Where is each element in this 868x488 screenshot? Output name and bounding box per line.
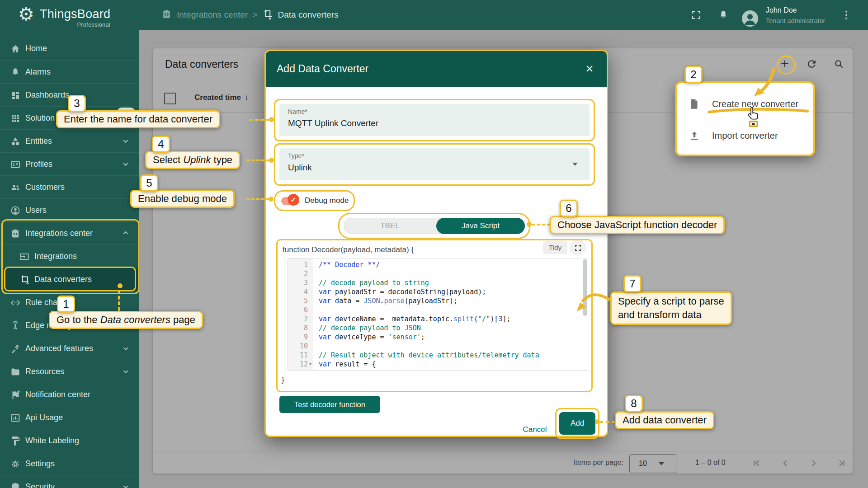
transform-icon [19,274,30,285]
sidebar-item-resources[interactable]: Resources [0,360,139,383]
sidebar-item-integrations[interactable]: Integrations [0,244,139,268]
callout-5-dot [269,197,274,202]
callout-8-dot [595,419,600,424]
debug-mode-label: Debug mode [305,196,349,205]
gutter-spacer [308,269,313,278]
callout-1-badge: 1 [57,296,75,313]
sidebar-item-integrations-center[interactable]: Integrations center [0,221,139,245]
callout-2-badge: 2 [684,66,703,83]
sidebar-item-advanced-features[interactable]: Advanced features [0,337,139,360]
sidebar-item-white-labeling[interactable]: White Labeling [0,429,139,452]
sidebar-item-settings[interactable]: Settings [0,452,139,475]
callout-4-badge: 4 [152,136,170,153]
data-converters-breadcrumb-icon [262,9,273,22]
line-number: 5 [288,296,308,305]
tab-javascript[interactable]: Java Script [436,218,525,234]
shapes-icon [10,136,21,147]
tab-tbel[interactable]: TBEL [344,218,436,234]
callout-3-dot [269,117,274,122]
sidebar-item-profiles[interactable]: Profiles [0,152,139,176]
bell-icon [10,67,21,78]
callout-3-connector [250,119,269,121]
thingsboard-logo-icon: ⚙ [18,4,34,24]
cancel-button[interactable]: Cancel [514,420,555,437]
chevron-down-icon [121,482,131,488]
hand-cursor-icon [745,106,763,129]
callout-7-label: Specify a script to parseand transform d… [610,291,732,325]
close-icon[interactable]: ✕ [582,62,597,76]
code-editor[interactable]: 1/** Decoder **/23// decode payload to s… [288,258,588,371]
code-line: 3// decode payload to string [288,278,429,287]
callout-4-label: Select Uplink type [145,151,240,169]
fullscreen-button[interactable] [690,9,703,21]
sidebar-item-security[interactable]: Security [0,475,139,488]
name-field[interactable]: Name* MQTT Uplink Converter [279,104,590,136]
callout-5-connector [246,198,269,200]
gutter-spacer [308,333,313,342]
fold-caret-icon[interactable]: ▾ [308,360,313,369]
code-line: 4var payloadStr = decodeToString(payload… [288,287,486,296]
code-line: 8// decode payload to JSON [288,324,421,333]
tools-icon [10,343,21,354]
code-text: var deviceName = metadata.topic.split("/… [313,314,510,324]
sidebar-item-api-usage[interactable]: Api Usage [0,406,139,429]
user-avatar[interactable] [742,10,758,27]
code-text: var payloadStr = decodeToString(payload)… [313,287,486,296]
add-data-converter-dialog: Add Data Converter ✕ Name* MQTT Uplink C… [264,50,608,437]
code-text: var deviceType = 'sensor'; [313,333,425,342]
editor-fullscreen-button[interactable] [570,239,586,256]
callout-6-connector [532,224,551,225]
editor-scrollbar-thumb[interactable] [583,259,587,316]
test-decoder-function-button[interactable]: Test decoder function [279,396,380,413]
line-number: 7 [288,314,308,324]
chart-card-icon [10,413,21,423]
breadcrumb-parent[interactable]: Integrations center [177,10,248,20]
user-role: Tenant administrator [766,17,825,24]
sidebar-item-alarms[interactable]: Alarms [0,60,139,84]
line-number: 4 [288,287,308,296]
callout-5-label: Enable debug mode [130,190,235,208]
debug-toggle-knob-check-icon[interactable]: ✓ [288,194,299,206]
callout-5-badge: 5 [140,174,158,192]
chevron-down-icon [121,366,131,376]
code-text [313,342,319,351]
input-icon [19,251,30,262]
gutter-spacer [308,314,313,324]
callout-7-badge: 7 [623,275,642,292]
line-number: 3 [288,278,308,287]
code-line: 7var deviceName = metadata.topic.split("… [288,314,510,324]
code-text: // decode payload to string [313,278,429,287]
callout-6-label: Choose JavaScript function decoder [550,216,725,234]
callout-3-badge: 3 [68,95,86,112]
tidy-button[interactable]: Tidy [543,241,567,254]
brand-edition: Professional [40,22,110,28]
breadcrumb: Integrations center > Data converters [161,0,339,30]
sidebar-item-users[interactable]: Users [0,198,139,222]
notifications-bell-icon[interactable] [717,9,730,21]
callout-6-dot [527,222,532,227]
sidebar-item-customers[interactable]: Customers [0,175,139,199]
chevron-down-icon [572,163,578,166]
sidebar-item-home[interactable]: Home [0,37,139,60]
folder-icon [10,366,21,377]
home-icon [10,43,21,54]
type-select[interactable]: Type* Uplink [279,148,590,180]
more-options-kebab-icon[interactable]: ⋮ [840,9,853,21]
gear-icon [10,459,21,469]
gutter-spacer [308,351,313,360]
brand-name[interactable]: ThingsBoard [40,7,110,21]
callout-6-badge: 6 [560,200,578,217]
breadcrumb-separator: > [252,10,257,20]
app-root: ⚙ ThingsBoard Professional Integrations … [0,0,868,488]
sidebar-item-notification-center[interactable]: Notification center [0,383,139,406]
line-number: 2 [288,269,308,278]
code-text: // decode payload to JSON [313,324,421,333]
sidebar-item-entities[interactable]: Entities [0,129,139,153]
gutter-spacer [308,278,313,287]
code-line: 10 [288,342,319,351]
breadcrumb-current: Data converters [278,10,338,20]
add-button[interactable]: Add [559,412,595,435]
gutter-spacer [308,260,313,269]
line-number: 1 [288,260,308,269]
callout-8-badge: 8 [625,395,643,412]
